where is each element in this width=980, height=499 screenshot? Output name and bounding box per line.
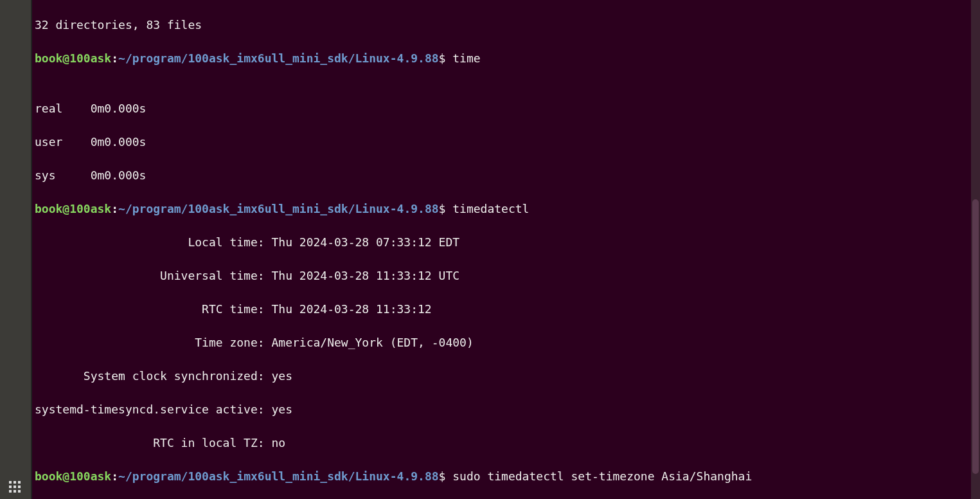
prompt-dollar: $: [439, 51, 446, 65]
prompt-user: book@100ask: [35, 51, 111, 65]
output-line: 32 directories, 83 files: [35, 17, 968, 33]
prompt-path: ~/program/100ask_imx6ull_mini_sdk/Linux-…: [118, 202, 439, 215]
prompt-path: ~/program/100ask_imx6ull_mini_sdk/Linux-…: [118, 51, 439, 65]
prompt-dollar: $: [439, 469, 446, 483]
prompt-line: book@100ask:~/program/100ask_imx6ull_min…: [35, 468, 968, 485]
output-line: systemd-timesyncd.service active: yes: [35, 401, 968, 418]
output-line: RTC time: Thu 2024-03-28 11:33:12: [35, 301, 968, 318]
prompt-user: book@100ask: [35, 469, 111, 483]
prompt-dollar: $: [439, 202, 446, 215]
prompt-colon: :: [111, 469, 118, 483]
command-text: time: [452, 51, 480, 65]
prompt-colon: :: [111, 202, 118, 215]
output-line: System clock synchronized: yes: [35, 368, 968, 385]
prompt-colon: :: [111, 51, 118, 65]
output-line: Universal time: Thu 2024-03-28 11:33:12 …: [35, 268, 968, 284]
output-line: RTC in local TZ: no: [35, 435, 968, 451]
output-line: Time zone: America/New_York (EDT, -0400): [35, 334, 968, 351]
command-text: timedatectl: [452, 202, 529, 215]
prompt-path: ~/program/100ask_imx6ull_mini_sdk/Linux-…: [118, 469, 439, 483]
scrollbar-thumb[interactable]: [972, 199, 979, 474]
output-line: user 0m0.000s: [35, 134, 968, 150]
prompt-line: book@100ask:~/program/100ask_imx6ull_min…: [35, 201, 968, 217]
window-gutter: [0, 0, 32, 499]
output-line: Local time: Thu 2024-03-28 07:33:12 EDT: [35, 234, 968, 251]
output-line: real 0m0.000s: [35, 100, 968, 117]
prompt-user: book@100ask: [35, 202, 111, 215]
output-line: sys 0m0.000s: [35, 167, 968, 184]
vertical-scrollbar[interactable]: [971, 0, 980, 499]
prompt-line: book@100ask:~/program/100ask_imx6ull_min…: [35, 50, 968, 67]
terminal-output[interactable]: 32 directories, 83 files book@100ask:~/p…: [32, 0, 971, 499]
command-text: sudo timedatectl set-timezone Asia/Shang…: [452, 469, 752, 483]
app-grid-icon[interactable]: [9, 481, 23, 495]
